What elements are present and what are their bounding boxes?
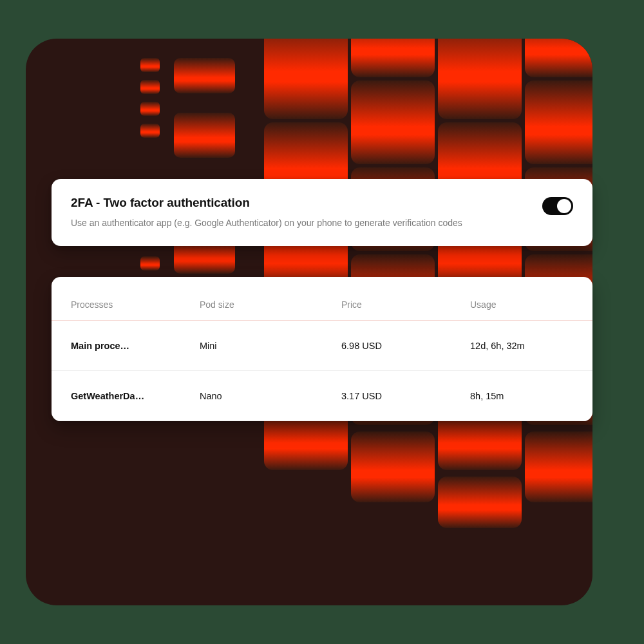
two-factor-auth-card: 2FA - Two factor authentication Use an a… [52, 179, 592, 246]
col-header-processes: Processes [71, 299, 200, 310]
cell-usage: 12d, 6h, 32m [470, 341, 573, 351]
col-header-pod-size: Pod size [200, 299, 341, 310]
col-header-usage: Usage [470, 299, 573, 310]
two-factor-title: 2FA - Two factor authentication [71, 196, 527, 210]
table-header-row: Processes Pod size Price Usage [52, 289, 592, 321]
col-header-price: Price [341, 299, 470, 310]
cell-price: 6.98 USD [341, 341, 470, 351]
cell-pod-size: Mini [200, 341, 341, 351]
two-factor-toggle[interactable] [542, 197, 573, 215]
two-factor-description: Use an authenticator app (e.g. Google Au… [71, 216, 483, 229]
table-row[interactable]: Main proce… Mini 6.98 USD 12d, 6h, 32m [52, 321, 592, 371]
toggle-knob [557, 199, 571, 213]
cell-process-name: GetWeatherDa… [71, 391, 174, 401]
cell-price: 3.17 USD [341, 391, 470, 401]
processes-table-card: Processes Pod size Price Usage Main proc… [52, 277, 592, 421]
table-row[interactable]: GetWeatherDa… Nano 3.17 USD 8h, 15m [52, 371, 592, 421]
cell-pod-size: Nano [200, 391, 341, 401]
cell-process-name: Main proce… [71, 341, 174, 351]
cell-usage: 8h, 15m [470, 391, 573, 401]
